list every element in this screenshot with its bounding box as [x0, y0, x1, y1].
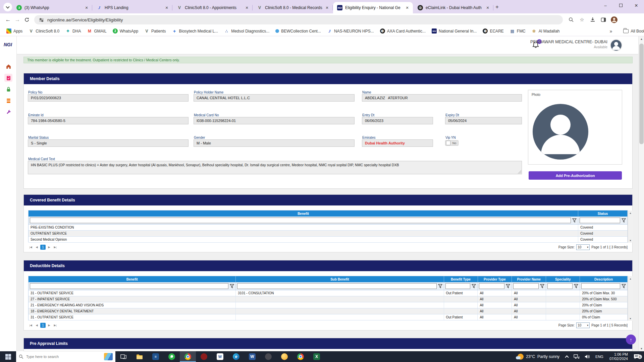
scroll-down-icon[interactable] — [628, 238, 633, 243]
sidebar-item-home[interactable] — [4, 62, 12, 70]
bookmark-clinicsoft[interactable]: VClinicSoft 8.0 — [25, 27, 62, 35]
back-button[interactable]: ← — [3, 15, 13, 24]
word-button[interactable]: W — [244, 351, 260, 362]
next-page-button[interactable] — [47, 245, 52, 250]
column-header[interactable]: Status — [578, 210, 628, 217]
status-filter-input[interactable] — [580, 218, 620, 223]
new-tab-button[interactable]: + — [493, 3, 501, 11]
start-button[interactable] — [0, 351, 16, 362]
table-scrollbar[interactable] — [628, 210, 633, 243]
file-explorer-button[interactable] — [131, 351, 148, 362]
close-icon[interactable] — [324, 5, 330, 11]
table-row[interactable]: 18 - EMERGENCY DENTAL TREATMENT All All … — [29, 308, 628, 314]
page-scrollbar[interactable]: ▲ ▼ — [638, 36, 644, 351]
bookmarks-overflow-button[interactable]: » — [610, 28, 612, 34]
window-maximize-button[interactable] — [613, 0, 629, 11]
speciality-filter-input[interactable] — [547, 283, 573, 289]
scroll-up-icon[interactable] — [628, 276, 633, 281]
column-header[interactable]: Benefit — [29, 210, 578, 217]
filter-funnel-icon[interactable] — [540, 284, 544, 288]
benefit-type-filter-input[interactable] — [445, 283, 471, 289]
scroll-down-icon[interactable]: ▼ — [639, 346, 644, 351]
close-icon[interactable] — [404, 5, 410, 11]
page-size-select[interactable]: 10 — [576, 244, 590, 250]
task-view-button[interactable] — [115, 351, 131, 362]
bookmark-ecare[interactable]: ECARE — [480, 27, 506, 35]
policy-holder-field[interactable]: CANAL CENTRAL HOTEL L.L.C — [194, 94, 355, 102]
excel-button[interactable]: X — [309, 351, 325, 362]
profile-avatar[interactable] — [610, 16, 618, 23]
bookmark-apps[interactable]: Apps — [3, 27, 25, 35]
close-icon[interactable] — [485, 5, 491, 11]
description-filter-input[interactable] — [581, 283, 620, 289]
bookmark-bewcollection[interactable]: BEWCollection Cent... — [272, 27, 324, 35]
edge-button[interactable]: e — [228, 351, 244, 362]
taskbar-search[interactable] — [16, 351, 115, 362]
prev-page-button[interactable] — [34, 245, 39, 250]
table-row[interactable]: PRE-EXISTING CONDITION Covered — [29, 225, 628, 231]
sidebar-item-eligibility[interactable] — [4, 74, 12, 82]
window-close-button[interactable]: ✕ — [629, 0, 644, 11]
marital-status-field[interactable]: S - Single — [28, 139, 189, 147]
bookmark-star-icon[interactable]: ☆ — [578, 16, 586, 23]
side-panel-icon[interactable] — [600, 16, 607, 23]
column-header[interactable]: Benefit Type — [444, 276, 478, 282]
filter-funnel-icon[interactable] — [506, 284, 510, 288]
emirate-id-field[interactable]: 784-1984-0543580-5 — [28, 117, 189, 124]
close-icon[interactable] — [244, 5, 250, 11]
weather-widget[interactable]: 23°C Partly sunny — [514, 354, 563, 360]
tab-eclaimlink[interactable]: eClaimLink - Dubai Health Auth — [414, 2, 493, 13]
current-page[interactable]: 1 — [40, 245, 46, 250]
tab-whatsapp[interactable]: 3 (3) WhatsApp — [12, 2, 92, 13]
column-header[interactable]: Sub Benefit — [236, 276, 444, 282]
name-field[interactable]: ABDELAZIZ ATERTOUR — [362, 94, 522, 102]
last-page-button[interactable] — [53, 323, 58, 328]
search-highlight-icon[interactable] — [104, 353, 113, 360]
next-page-button[interactable] — [47, 323, 52, 328]
bookmark-dha[interactable]: ✦DHA — [62, 27, 84, 35]
scroll-up-icon[interactable]: ▲ — [639, 36, 644, 42]
tab-hps-landing[interactable]: J HPS Landing — [93, 2, 172, 13]
sidebar-item-records[interactable] — [4, 97, 12, 105]
current-page[interactable]: 1 — [40, 323, 46, 328]
sub-benefit-filter-input[interactable] — [237, 283, 436, 289]
whatsapp-button[interactable] — [164, 351, 180, 362]
column-header[interactable]: Provider Type — [478, 276, 512, 282]
filter-funnel-icon[interactable] — [622, 284, 626, 288]
downloads-icon[interactable] — [589, 16, 596, 23]
chrome-button-active[interactable] — [180, 351, 196, 362]
word-doc-button[interactable]: W — [212, 351, 228, 362]
bookmark-national-general[interactable]: NGINational General In... — [429, 27, 480, 35]
chrome-button-2[interactable] — [292, 351, 309, 362]
bookmark-al-madallah[interactable]: ❀Al Madallah — [529, 27, 563, 35]
search-icon[interactable] — [568, 16, 575, 23]
sidebar-item-authorization[interactable] — [4, 85, 12, 93]
filter-funnel-icon[interactable] — [230, 284, 234, 288]
page-size-select[interactable]: 10 — [576, 322, 590, 328]
table-row[interactable]: OUTPATIENT SERVICE Covered — [29, 231, 628, 237]
tab-clinicsoft-appointments[interactable]: V ClinicSoft 8.0 - Appointments — [173, 2, 253, 13]
policy-no-field[interactable]: P/01/2023/000623 — [28, 94, 189, 102]
table-row[interactable]: 27 - INPATIENT SERVICE All All 20% of Cl… — [29, 296, 628, 302]
user-info[interactable]: PESHAWAR MEDICAL CENTRE- DUBAI Available — [530, 40, 607, 49]
action-center-button[interactable]: 1 — [631, 354, 644, 360]
scrollbar-thumb[interactable] — [639, 44, 644, 144]
filter-funnel-icon[interactable] — [574, 284, 578, 288]
taskbar-clock[interactable]: 1:06 PM 07/02/2024 — [606, 352, 631, 361]
gender-field[interactable]: M - Male — [194, 139, 355, 147]
last-page-button[interactable] — [53, 245, 58, 250]
tab-eligibility-enquiry-active[interactable]: NGI Eligibility Enquiry - National Ge — [333, 2, 413, 13]
provider-type-filter-input[interactable] — [479, 283, 504, 289]
bookmark-fmc[interactable]: ▤FMC — [507, 27, 529, 35]
add-pre-authorization-button[interactable]: Add Pre-Authorization — [529, 171, 622, 180]
site-settings-icon[interactable] — [39, 17, 44, 22]
benefit-filter-input[interactable] — [30, 218, 571, 223]
avatar[interactable] — [610, 39, 622, 51]
bookmark-axa[interactable]: AXA Card Authentic... — [377, 27, 429, 35]
bookmark-patients[interactable]: VPatients — [141, 27, 169, 35]
entry-dt-field[interactable]: 06/06/2023 — [362, 117, 433, 124]
table-row[interactable]: Second Medical Opinion Covered — [29, 237, 628, 243]
dark-app-button[interactable] — [260, 351, 276, 362]
first-page-button[interactable] — [28, 245, 33, 250]
forward-button[interactable]: → — [13, 15, 22, 24]
